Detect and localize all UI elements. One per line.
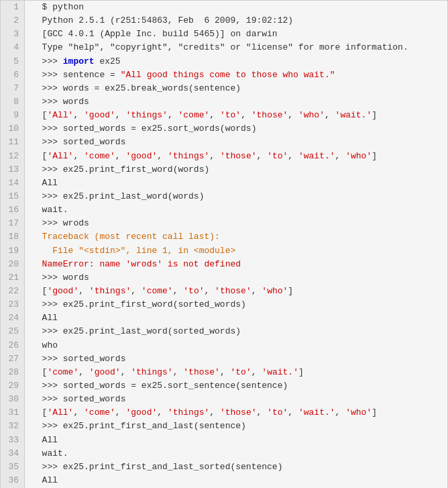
table-row: 27 >>> sorted_words [1, 352, 447, 366]
line-content: Traceback (most recent call last): [25, 230, 447, 244]
line-content: All [25, 434, 447, 447]
line-number: 26 [1, 339, 25, 352]
line-number: 5 [1, 55, 25, 68]
line-content: >>> wrods [25, 217, 447, 230]
line-number: 13 [1, 163, 25, 177]
table-row: 17 >>> wrods [1, 217, 447, 230]
line-content: >>> ex25.print_first_word(words) [25, 163, 447, 177]
line-content: >>> sorted_words [25, 352, 447, 366]
line-content: ['good', 'things', 'come', 'to', 'those'… [25, 285, 447, 298]
line-content: >>> ex25.print_last_word(sorted_words) [25, 325, 447, 338]
line-content: ['All', 'come', 'good', 'things', 'those… [25, 406, 447, 420]
line-content: ['come', 'good', 'things', 'those', 'to'… [25, 366, 447, 379]
table-row: 2 Python 2.5.1 (r251:54863, Feb 6 2009, … [1, 14, 447, 28]
line-content: >>> words [25, 271, 447, 285]
table-row: 18 Traceback (most recent call last): [1, 230, 447, 244]
line-number: 30 [1, 393, 25, 406]
line-content: >>> ex25.print_first_and_last(sentence) [25, 420, 447, 433]
table-row: 5 >>> import ex25 [1, 55, 447, 68]
table-row: 34 wait. [1, 447, 447, 460]
line-number: 12 [1, 150, 25, 163]
line-content: File "<stdin>", line 1, in <module> [25, 244, 447, 258]
table-row: 20 NameError: name 'wrods' is not define… [1, 258, 447, 271]
line-number: 34 [1, 447, 25, 460]
line-number: 23 [1, 298, 25, 311]
line-number: 20 [1, 258, 25, 271]
line-number: 31 [1, 406, 25, 420]
table-row: 13 >>> ex25.print_first_word(words) [1, 163, 447, 177]
line-number: 24 [1, 311, 25, 325]
line-content: wait. [25, 447, 447, 460]
line-content: All [25, 474, 447, 487]
line-number: 27 [1, 352, 25, 366]
line-number: 6 [1, 68, 25, 82]
line-number: 33 [1, 434, 25, 447]
table-row: 32 >>> ex25.print_first_and_last(sentenc… [1, 420, 447, 433]
line-number: 25 [1, 325, 25, 338]
line-content: >>> words [25, 95, 447, 109]
line-content: >>> ex25.print_first_word(sorted_words) [25, 298, 447, 311]
code-table: 1 $ python2 Python 2.5.1 (r251:54863, Fe… [1, 1, 447, 488]
line-content: >>> sentence = "All good things come to … [25, 68, 447, 82]
table-row: 15 >>> ex25.print_last_word(words) [1, 190, 447, 203]
table-row: 30 >>> sorted_words [1, 393, 447, 406]
table-row: 16 wait. [1, 203, 447, 217]
line-number: 9 [1, 109, 25, 122]
table-row: 22 ['good', 'things', 'come', 'to', 'tho… [1, 285, 447, 298]
table-row: 33 All [1, 434, 447, 447]
line-number: 14 [1, 177, 25, 190]
table-row: 31 ['All', 'come', 'good', 'things', 'th… [1, 406, 447, 420]
line-number: 1 [1, 1, 25, 14]
line-content: >>> import ex25 [25, 55, 447, 68]
line-content: All [25, 311, 447, 325]
line-content: >>> ex25.print_first_and_last_sorted(sen… [25, 460, 447, 474]
table-row: 8 >>> words [1, 95, 447, 109]
line-content: who [25, 339, 447, 352]
line-content: Type "help", "copyright", "credits" or "… [25, 41, 447, 54]
table-row: 21 >>> words [1, 271, 447, 285]
table-row: 24 All [1, 311, 447, 325]
line-number: 7 [1, 82, 25, 95]
line-number: 8 [1, 95, 25, 109]
table-row: 23 >>> ex25.print_first_word(sorted_word… [1, 298, 447, 311]
line-content: >>> words = ex25.break_words(sentence) [25, 82, 447, 95]
line-content: NameError: name 'wrods' is not defined [25, 258, 447, 271]
line-content: All [25, 177, 447, 190]
line-number: 17 [1, 217, 25, 230]
line-content: >>> sorted_words [25, 393, 447, 406]
line-content: Python 2.5.1 (r251:54863, Feb 6 2009, 19… [25, 14, 447, 28]
line-number: 3 [1, 28, 25, 41]
line-content: $ python [25, 1, 447, 14]
table-row: 36 All [1, 474, 447, 487]
table-row: 26 who [1, 339, 447, 352]
table-row: 9 ['All', 'good', 'things', 'come', 'to'… [1, 109, 447, 122]
line-number: 18 [1, 230, 25, 244]
table-row: 10 >>> sorted_words = ex25.sort_words(wo… [1, 122, 447, 136]
line-number: 11 [1, 136, 25, 149]
table-row: 6 >>> sentence = "All good things come t… [1, 68, 447, 82]
line-number: 29 [1, 379, 25, 393]
line-content: ['All', 'good', 'things', 'come', 'to', … [25, 109, 447, 122]
terminal-window: 1 $ python2 Python 2.5.1 (r251:54863, Fe… [0, 0, 448, 488]
table-row: 35 >>> ex25.print_first_and_last_sorted(… [1, 460, 447, 474]
table-row: 14 All [1, 177, 447, 190]
line-number: 36 [1, 474, 25, 487]
table-row: 1 $ python [1, 1, 447, 14]
line-number: 15 [1, 190, 25, 203]
line-content: ['All', 'come', 'good', 'things', 'those… [25, 150, 447, 163]
table-row: 12 ['All', 'come', 'good', 'things', 'th… [1, 150, 447, 163]
table-row: 19 File "<stdin>", line 1, in <module> [1, 244, 447, 258]
table-row: 29 >>> sorted_words = ex25.sort_sentence… [1, 379, 447, 393]
line-content: >>> sorted_words [25, 136, 447, 149]
table-row: 28 ['come', 'good', 'things', 'those', '… [1, 366, 447, 379]
table-row: 4 Type "help", "copyright", "credits" or… [1, 41, 447, 54]
line-number: 10 [1, 122, 25, 136]
table-row: 7 >>> words = ex25.break_words(sentence) [1, 82, 447, 95]
table-row: 25 >>> ex25.print_last_word(sorted_words… [1, 325, 447, 338]
table-row: 3 [GCC 4.0.1 (Apple Inc. build 5465)] on… [1, 28, 447, 41]
line-content: wait. [25, 203, 447, 217]
line-content: [GCC 4.0.1 (Apple Inc. build 5465)] on d… [25, 28, 447, 41]
line-number: 4 [1, 41, 25, 54]
line-number: 21 [1, 271, 25, 285]
line-content: >>> sorted_words = ex25.sort_words(words… [25, 122, 447, 136]
